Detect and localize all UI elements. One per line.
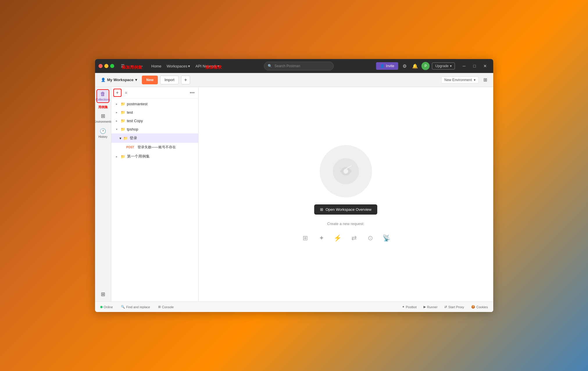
titlebar: ☰ ← → Home Workspaces ▾ API Network ▾ — [95, 59, 493, 73]
back-btn[interactable]: ← — [128, 62, 136, 70]
plus-icon: + — [184, 77, 187, 83]
postbot-btn[interactable]: ✦ Postbot — [400, 304, 418, 309]
collection-item-postmantest[interactable]: ▸ 📁 postmantest — [111, 100, 198, 108]
chevron-right-icon: ▸ — [115, 111, 119, 114]
workspace-toolbar: 👤 My Workspace ▾ New Import + New Enviro… — [95, 73, 493, 87]
win-minimize-btn[interactable]: ─ — [460, 61, 469, 71]
cookies-btn[interactable]: 🍪 Cookies — [469, 304, 490, 309]
folder-icon: 📁 — [123, 136, 128, 140]
new-button[interactable]: New — [142, 76, 158, 84]
find-replace-btn[interactable]: 🔍 Find and replace — [119, 304, 152, 309]
chevron-down-icon: ▾ — [474, 78, 476, 82]
console-btn[interactable]: ⊞ Console — [156, 304, 175, 309]
folder-icon: 📁 — [121, 119, 125, 123]
main-workspace-area: ⊞ Open Workspace Overview Create a new r… — [199, 87, 493, 302]
minimize-btn[interactable] — [104, 64, 108, 68]
cookies-icon: 🍪 — [471, 305, 475, 309]
graphql-icon[interactable]: ✦ — [316, 233, 327, 243]
http-request-icon[interactable]: ⊞ — [300, 233, 310, 243]
user-icon: 👤 — [101, 78, 106, 82]
annotation-collections: 用例集 — [98, 105, 108, 109]
collections-icon: 🗑 — [100, 91, 106, 97]
chevron-down-icon: ▾ — [115, 128, 119, 131]
grpc-icon[interactable]: ⚡ — [333, 233, 343, 243]
more-options-button[interactable]: ••• — [189, 90, 196, 96]
collection-name: postmantest — [127, 102, 195, 106]
collection-name: tpshop — [127, 127, 195, 131]
sidebar-item-apis[interactable]: ⊞ — [96, 289, 109, 299]
history-icon: 🕐 — [100, 128, 106, 134]
folder-icon: 📁 — [121, 127, 125, 131]
panel-toolbar: + ≡ ••• — [111, 87, 198, 99]
maximize-btn[interactable] — [110, 64, 114, 68]
method-badge-post: POST — [126, 146, 135, 149]
collection-name: 第一个用例集 — [127, 154, 195, 159]
collections-panel: + ≡ ••• ▸ 📁 postmantest ▸ — [111, 87, 199, 302]
folder-item-login[interactable]: ▾ 📁 登录 — [111, 133, 198, 143]
chevron-down-icon: ▾ — [119, 136, 121, 140]
online-status[interactable]: Online — [99, 305, 115, 309]
workspace-selector[interactable]: 👤 My Workspace ▾ — [99, 76, 140, 83]
import-button[interactable]: Import — [160, 76, 179, 84]
chevron-down-icon: ▾ — [188, 64, 190, 68]
collection-list: ▸ 📁 postmantest ▸ 📁 test ▸ 📁 test — [111, 99, 198, 302]
collection-name: test — [127, 110, 195, 115]
socketio-icon[interactable]: ⊙ — [365, 233, 376, 243]
menu-home[interactable]: Home — [149, 63, 164, 69]
menu-bar: Home Workspaces ▾ API Network ▾ — [149, 63, 222, 69]
collection-item-first[interactable]: ▸ 📁 第一个用例集 — [111, 152, 198, 161]
runner-icon: ▶ — [423, 305, 426, 309]
statusbar-right: ✦ Postbot ▶ Runner ⇄ Start Proxy 🍪 Cooki… — [400, 304, 490, 309]
sidebar-toggle-btn[interactable]: ☰ — [119, 62, 127, 70]
plus-icon: + — [116, 90, 119, 95]
folder-icon: 📁 — [121, 110, 125, 115]
win-close-btn[interactable]: ✕ — [480, 61, 490, 71]
collection-item-test-copy[interactable]: ▸ 📁 test Copy — [111, 117, 198, 125]
win-maximize-btn[interactable]: □ — [470, 61, 479, 71]
postbot-icon: ✦ — [402, 305, 405, 309]
websocket-icon[interactable]: ⇄ — [349, 233, 359, 243]
start-proxy-btn[interactable]: ⇄ Start Proxy — [443, 304, 466, 309]
mqtt-icon[interactable]: 📡 — [381, 233, 392, 243]
console-icon: ⊞ — [158, 305, 161, 309]
close-btn[interactable] — [99, 64, 103, 68]
chevron-right-icon: ▸ — [115, 102, 119, 106]
status-bar: Online 🔍 Find and replace ⊞ Console ✦ Po… — [95, 302, 493, 312]
folder-name: 登录 — [130, 135, 137, 141]
sidebar-item-collections[interactable]: 🗑 Collections 用例集 — [96, 89, 109, 103]
filter-button[interactable]: ≡ — [122, 89, 130, 97]
add-collection-button[interactable]: + — [114, 89, 121, 97]
forward-btn[interactable]: → — [137, 62, 146, 70]
chevron-right-icon: ▸ — [115, 155, 119, 158]
avatar-icon[interactable]: P — [421, 62, 430, 70]
request-icons-row: ⊞ ✦ ⚡ ⇄ ⊙ 📡 — [300, 233, 392, 243]
panel-layout-btn[interactable]: ⊞ — [481, 76, 490, 84]
request-item-login-fail[interactable]: POST 登录失败——账号不存在 — [111, 143, 198, 152]
collection-item-test[interactable]: ▸ 📁 test — [111, 108, 198, 117]
environment-selector[interactable]: New Environment ▾ — [441, 76, 479, 83]
collection-item-tpshop[interactable]: ▾ 📁 tpshop — [111, 125, 198, 133]
sidebar-item-history[interactable]: 🕐 History — [96, 126, 109, 140]
search-input[interactable]: 🔍 Search Postman — [264, 62, 334, 70]
open-workspace-button[interactable]: ⊞ Open Workspace Overview — [314, 204, 377, 215]
chevron-down-icon: ▾ — [135, 78, 137, 82]
proxy-icon: ⇄ — [444, 305, 447, 309]
apis-icon: ⊞ — [101, 291, 105, 297]
search-icon: 🔍 — [121, 305, 125, 309]
nav-buttons: ☰ ← → — [119, 62, 146, 70]
runner-btn[interactable]: ▶ Runner — [422, 304, 439, 309]
menu-workspaces[interactable]: Workspaces ▾ — [164, 63, 192, 69]
sidebar-item-environments[interactable]: ⊞ Environments — [96, 111, 109, 125]
window-chrome-controls: ─ □ ✕ — [460, 61, 490, 71]
user-icon: 👤 — [380, 64, 385, 68]
sidebar-icon-rail: 🗑 Collections 用例集 ⊞ Environments 🕐 Histo… — [95, 87, 111, 302]
menu-api-network[interactable]: API Network ▾ — [193, 63, 221, 69]
titlebar-actions: 👤 Invite ⚙ 🔔 P Upgrade ▾ ─ □ ✕ — [376, 61, 490, 71]
folder-icon: 📁 — [121, 102, 125, 106]
add-tab-button[interactable]: + — [181, 76, 190, 84]
bell-icon[interactable]: 🔔 — [411, 62, 419, 70]
upgrade-button[interactable]: Upgrade ▾ — [432, 63, 455, 69]
collection-name: test Copy — [127, 119, 195, 123]
settings-icon[interactable]: ⚙ — [401, 62, 409, 70]
invite-button[interactable]: 👤 Invite — [376, 62, 398, 70]
